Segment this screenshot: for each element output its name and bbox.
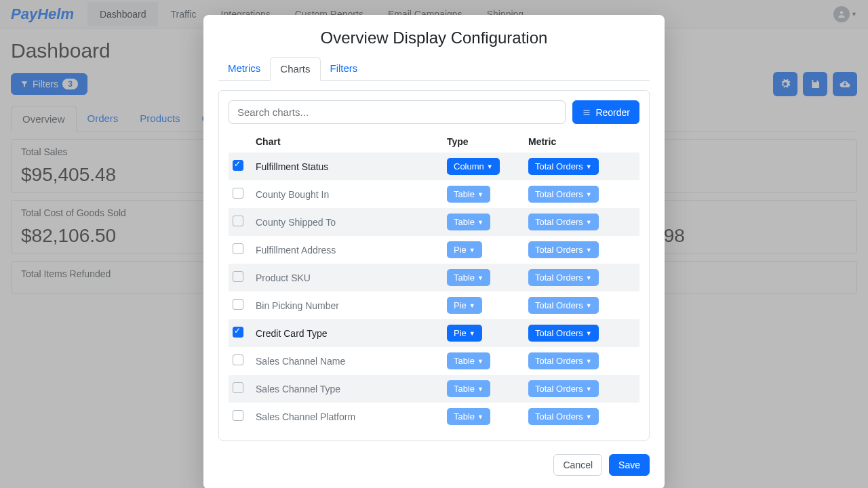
- type-dropdown[interactable]: Table ▼: [447, 352, 490, 369]
- chart-checkbox[interactable]: [233, 327, 243, 338]
- chart-name: Fulfillment Address: [252, 236, 443, 264]
- chart-name: Sales Channel Platform: [252, 403, 443, 430]
- chart-row: Fulfillment StatusColumn ▼Total Orders ▼: [229, 152, 639, 180]
- chart-row: Product SKUTable ▼Total Orders ▼: [229, 264, 639, 291]
- chart-checkbox[interactable]: [233, 160, 243, 171]
- chart-row: Bin Picking NumberPie ▼Total Orders ▼: [229, 291, 639, 319]
- type-dropdown[interactable]: Table ▼: [447, 269, 490, 286]
- search-charts-input[interactable]: [229, 100, 566, 124]
- chart-name: Credit Card Type: [252, 319, 443, 347]
- type-dropdown[interactable]: Pie ▼: [447, 241, 482, 258]
- chart-name: Bin Picking Number: [252, 291, 443, 319]
- chart-name: Fulfillment Status: [252, 152, 443, 180]
- modal-tab-filters[interactable]: Filters: [321, 57, 368, 80]
- metric-dropdown[interactable]: Total Orders ▼: [528, 186, 599, 203]
- chart-row: Sales Channel PlatformTable ▼Total Order…: [229, 403, 639, 430]
- metric-dropdown[interactable]: Total Orders ▼: [528, 380, 599, 397]
- chart-row: County Bought InTable ▼Total Orders ▼: [229, 180, 639, 208]
- modal-tab-charts[interactable]: Charts: [270, 57, 320, 81]
- metric-dropdown[interactable]: Total Orders ▼: [528, 408, 599, 425]
- chart-row: Sales Channel NameTable ▼Total Orders ▼: [229, 347, 639, 375]
- chart-name: Sales Channel Type: [252, 375, 443, 403]
- type-dropdown[interactable]: Pie ▼: [447, 325, 482, 342]
- modal-tab-metrics[interactable]: Metrics: [218, 57, 270, 80]
- chart-checkbox[interactable]: [233, 243, 243, 254]
- chart-checkbox[interactable]: [233, 299, 243, 310]
- chart-name: County Bought In: [252, 180, 443, 208]
- modal-title: Overview Display Configuration: [218, 28, 650, 47]
- metric-dropdown[interactable]: Total Orders ▼: [528, 269, 599, 286]
- col-metric: Metric: [524, 131, 639, 152]
- chart-checkbox[interactable]: [233, 410, 243, 421]
- metric-dropdown[interactable]: Total Orders ▼: [528, 241, 599, 258]
- type-dropdown[interactable]: Pie ▼: [447, 297, 482, 314]
- chart-row: Credit Card TypePie ▼Total Orders ▼: [229, 319, 639, 347]
- reorder-button[interactable]: Reorder: [572, 100, 639, 124]
- col-type: Type: [443, 131, 524, 152]
- chart-name: Product SKU: [252, 264, 443, 291]
- chart-checkbox[interactable]: [233, 382, 243, 393]
- metric-dropdown[interactable]: Total Orders ▼: [528, 297, 599, 314]
- chart-checkbox[interactable]: [233, 271, 243, 282]
- metric-dropdown[interactable]: Total Orders ▼: [528, 352, 599, 369]
- type-dropdown[interactable]: Column ▼: [447, 158, 500, 175]
- chart-row: Sales Channel TypeTable ▼Total Orders ▼: [229, 375, 639, 403]
- metric-dropdown[interactable]: Total Orders ▼: [528, 325, 599, 342]
- chart-checkbox[interactable]: [233, 354, 243, 365]
- modal-tabs: MetricsChartsFilters: [218, 57, 650, 81]
- metric-dropdown[interactable]: Total Orders ▼: [528, 214, 599, 230]
- type-dropdown[interactable]: Table ▼: [447, 408, 490, 425]
- chart-name: Sales Channel Name: [252, 347, 443, 375]
- metric-dropdown[interactable]: Total Orders ▼: [528, 158, 599, 175]
- chart-row: Fulfillment AddressPie ▼Total Orders ▼: [229, 236, 639, 264]
- type-dropdown[interactable]: Table ▼: [447, 380, 490, 397]
- chart-name: County Shipped To: [252, 208, 443, 236]
- chart-row: County Shipped ToTable ▼Total Orders ▼: [229, 208, 639, 236]
- save-button[interactable]: Save: [609, 454, 650, 476]
- chart-checkbox[interactable]: [233, 188, 243, 199]
- config-modal: Overview Display Configuration MetricsCh…: [203, 15, 665, 488]
- type-dropdown[interactable]: Table ▼: [447, 186, 490, 203]
- chart-checkbox[interactable]: [233, 216, 243, 226]
- reorder-icon: [582, 108, 591, 117]
- cancel-button[interactable]: Cancel: [553, 454, 602, 476]
- col-chart: Chart: [252, 131, 443, 152]
- type-dropdown[interactable]: Table ▼: [447, 214, 490, 230]
